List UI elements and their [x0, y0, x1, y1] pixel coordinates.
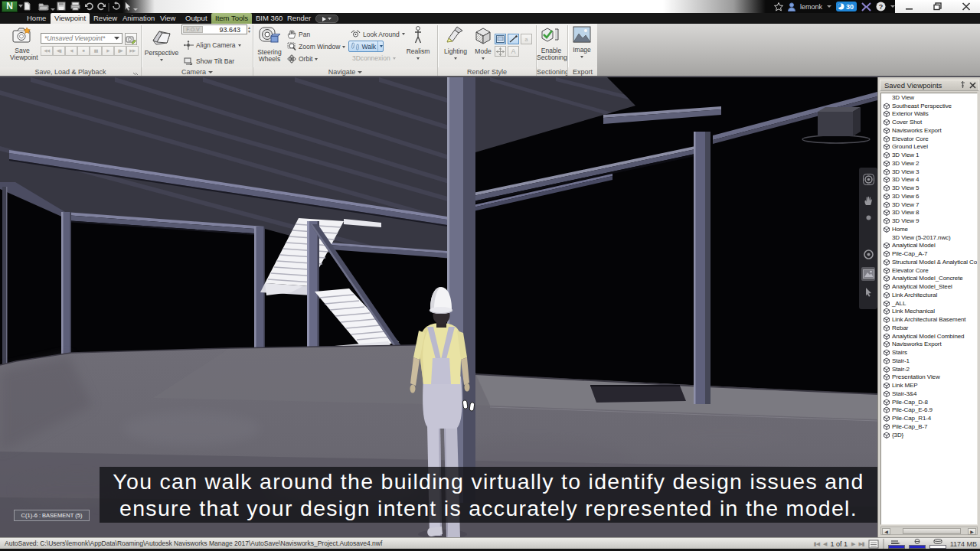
export-image-button[interactable]: Image	[570, 26, 594, 58]
viewpoint-item[interactable]: Analytical Model Combined	[881, 332, 977, 341]
viewpoint-item[interactable]: Analytical Model_Concrete	[881, 275, 977, 283]
minimize-button[interactable]	[905, 3, 914, 11]
undo-icon[interactable]	[84, 2, 94, 11]
ribbon-tab[interactable]: Render	[283, 13, 315, 24]
steering-wheel-icon[interactable]	[861, 172, 875, 186]
save-viewpoint-button[interactable]: Save Viewpoint	[10, 26, 34, 60]
viewpoint-item[interactable]: Rebar	[881, 324, 977, 332]
app-logo[interactable]: N	[2, 1, 18, 12]
viewpoint-item[interactable]: Southeast Perspective	[881, 102, 977, 110]
next-sheet-button[interactable]: ▶	[851, 541, 854, 547]
steering-wheels-button[interactable]: Steering Wheels	[255, 26, 284, 62]
fast-forward-button[interactable]: ▶▶	[126, 46, 139, 56]
viewpoint-item[interactable]: Analytical Model_Steel	[881, 282, 977, 291]
ribbon-tab[interactable]: Item Tools	[211, 13, 252, 24]
help-icon[interactable]: ?	[876, 2, 886, 11]
pause-button[interactable]: ▮▮	[90, 46, 102, 56]
ribbon-tab[interactable]: Home	[23, 13, 50, 24]
viewpoint-item[interactable]: Stairs	[881, 348, 977, 357]
viewpoint-item[interactable]: Home	[881, 225, 977, 233]
viewpoint-item[interactable]: Pile-Cap_D-8	[881, 398, 977, 406]
render-style-full-button[interactable]	[495, 34, 506, 44]
play-button[interactable]: ▶	[102, 46, 114, 56]
pin-icon[interactable]	[959, 81, 966, 89]
rewind-button[interactable]: ◀◀	[41, 46, 53, 56]
current-viewpoint-combo[interactable]: *Unsaved Viewpoint*	[41, 33, 122, 44]
viewpoint-item[interactable]: Presentation View	[881, 373, 977, 382]
viewpoint-item[interactable]: Navisworks Export	[881, 126, 977, 135]
viewpoint-item[interactable]: 3D View 8	[881, 209, 977, 217]
ribbon-tab[interactable]: Animation	[119, 13, 158, 24]
viewpoint-item[interactable]: 3D View	[881, 93, 977, 102]
ribbon-tab[interactable]: BIM 360	[252, 13, 286, 24]
scroll-left-button[interactable]: ◀	[882, 528, 890, 535]
ribbon-tab[interactable]: Output	[181, 13, 211, 24]
cursor-icon[interactable]	[861, 285, 875, 298]
pan-hand-icon[interactable]	[861, 194, 875, 207]
viewpoint-item[interactable]: Stair-2	[881, 365, 977, 373]
viewpoint-item[interactable]: Analytical Model	[881, 242, 977, 250]
stop-button[interactable]: ■	[77, 46, 90, 56]
walk-button[interactable]: Walk	[348, 41, 384, 52]
signed-in-user[interactable]: lemonk	[800, 3, 822, 11]
viewpoint-item[interactable]: 3D View 9	[881, 217, 977, 225]
restore-button[interactable]	[933, 2, 942, 11]
refresh-icon[interactable]	[112, 2, 121, 11]
viewpoint-item[interactable]: _ALL	[881, 299, 977, 308]
viewpoint-item[interactable]: 3D View 4	[881, 176, 977, 184]
viewpoint-item[interactable]: 3D View 5	[881, 184, 977, 192]
scrollbar-thumb[interactable]	[903, 528, 961, 534]
scroll-right-button[interactable]: ▶	[968, 528, 976, 535]
viewpoint-item[interactable]: Link Architectural	[881, 291, 977, 299]
viewpoint-item[interactable]: Navisworks Export	[881, 341, 977, 349]
render-style-move-button[interactable]	[495, 46, 506, 57]
favorites-star-icon[interactable]	[774, 2, 783, 11]
viewpoint-item[interactable]: Stair-3&4	[881, 390, 977, 398]
mode-button[interactable]: Mode	[472, 26, 495, 60]
ribbon-tab[interactable]: View	[156, 13, 179, 24]
close-icon[interactable]	[969, 82, 976, 89]
panel-expander-icon[interactable]	[132, 70, 139, 76]
viewpoint-item[interactable]: Exterior Walls	[881, 110, 977, 119]
ribbon-tab[interactable]: Review	[90, 13, 121, 24]
open-file-icon[interactable]	[38, 2, 49, 11]
play-backward-button[interactable]: ◀	[65, 46, 77, 56]
horizontal-scrollbar[interactable]: ◀ ▶	[880, 527, 978, 535]
notification-badge[interactable]: 30	[836, 2, 857, 11]
zoom-icon[interactable]	[861, 210, 875, 224]
viewpoint-item[interactable]: Pile-Cap_E-6.9	[881, 406, 977, 415]
viewpoint-item[interactable]: 3D View (5-2017.nwc)	[881, 233, 977, 242]
fov-spinner[interactable]: F.O.V 93.643 ▲▼	[181, 24, 247, 34]
viewpoint-item[interactable]: Structural Model & Analytical Comb	[881, 258, 977, 266]
viewpoint-item[interactable]: {3D}	[881, 431, 977, 439]
step-forward-button[interactable]: ▮▶	[114, 46, 126, 56]
lighting-button[interactable]: Lighting	[443, 26, 469, 60]
ribbon-tab[interactable]: Viewpoint	[51, 13, 90, 24]
viewpoint-item[interactable]: Link Architectural Basement	[881, 315, 977, 324]
close-button[interactable]	[962, 2, 971, 11]
spin-down-icon[interactable]: ▼	[247, 29, 251, 34]
exchange-apps-icon[interactable]	[861, 2, 871, 11]
zoom-window-button[interactable]: Zoom Window	[287, 42, 345, 51]
viewpoint-item[interactable]: 3D View 1	[881, 151, 977, 159]
enable-sectioning-button[interactable]: Enable Sectioning	[537, 26, 566, 60]
render-style-text-button[interactable]: a	[521, 34, 532, 44]
prev-sheet-button[interactable]: ◀	[823, 541, 826, 547]
viewpoint-item[interactable]: 3D View 3	[881, 168, 977, 176]
viewpoint-item[interactable]: Ground Level	[881, 143, 977, 152]
viewpoint-item[interactable]: Pile-Cap_B-7	[881, 422, 977, 431]
viewpoint-item[interactable]: 3D View 2	[881, 159, 977, 168]
viewpoint-item[interactable]: 3D View 7	[881, 201, 977, 209]
viewpoint-item[interactable]: Pile-Cap_R1-4	[881, 414, 977, 422]
tab-overflow-pill[interactable]	[315, 15, 338, 23]
look-icon[interactable]	[861, 267, 875, 281]
combo-caret-icon[interactable]	[113, 34, 121, 42]
pan-button[interactable]: Pan	[287, 30, 310, 39]
last-sheet-button[interactable]: ▶▮	[858, 541, 864, 547]
viewpoint-item[interactable]: Pile-Cap_A-7	[881, 249, 977, 258]
sheet-browser-icon[interactable]	[868, 540, 879, 549]
render-style-line-button[interactable]	[508, 34, 519, 44]
orbit-button[interactable]: Orbit	[287, 54, 318, 64]
viewpoint-item[interactable]: Cover Shot	[881, 118, 977, 126]
viewpoint-item[interactable]: Link Mechanical	[881, 308, 977, 316]
